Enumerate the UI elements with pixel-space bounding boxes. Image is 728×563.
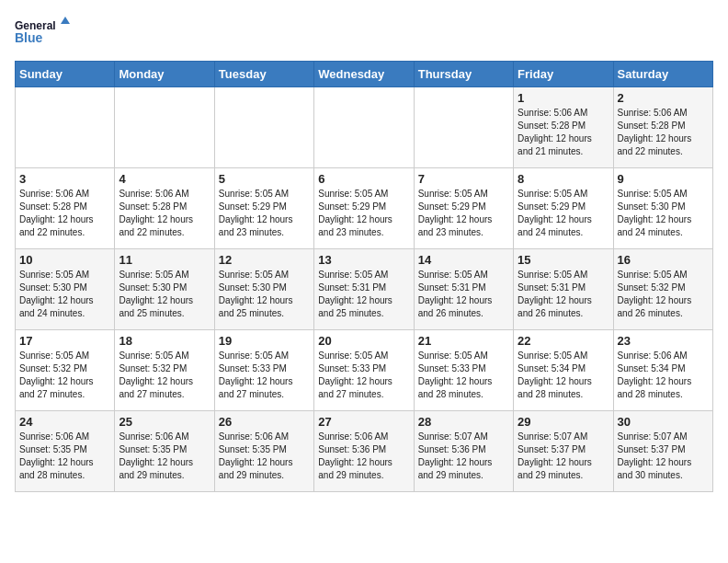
day-info: Sunrise: 5:05 AM Sunset: 5:29 PM Dayligh… <box>219 188 310 239</box>
day-number: 20 <box>318 334 409 348</box>
calendar-cell: 16Sunrise: 5:05 AM Sunset: 5:32 PM Dayli… <box>613 249 712 330</box>
day-info: Sunrise: 5:05 AM Sunset: 5:31 PM Dayligh… <box>518 269 609 320</box>
weekday-header-tuesday: Tuesday <box>214 62 313 87</box>
calendar-cell: 2Sunrise: 5:06 AM Sunset: 5:28 PM Daylig… <box>613 87 712 168</box>
day-number: 17 <box>19 334 110 348</box>
day-number: 2 <box>618 91 709 105</box>
day-number: 15 <box>518 253 609 267</box>
calendar-cell: 3Sunrise: 5:06 AM Sunset: 5:28 PM Daylig… <box>16 168 115 249</box>
day-number: 22 <box>518 334 609 348</box>
day-number: 27 <box>318 415 409 429</box>
calendar-cell: 1Sunrise: 5:06 AM Sunset: 5:28 PM Daylig… <box>514 87 613 168</box>
day-number: 6 <box>318 172 409 186</box>
weekday-header-saturday: Saturday <box>613 62 712 87</box>
calendar-cell <box>414 87 513 168</box>
calendar-cell: 12Sunrise: 5:05 AM Sunset: 5:30 PM Dayli… <box>214 249 313 330</box>
day-number: 18 <box>119 334 210 348</box>
calendar-cell <box>314 87 414 168</box>
day-number: 28 <box>418 415 509 429</box>
calendar-cell: 13Sunrise: 5:05 AM Sunset: 5:31 PM Dayli… <box>314 249 414 330</box>
day-number: 1 <box>518 91 609 105</box>
svg-marker-2 <box>61 17 70 24</box>
day-info: Sunrise: 5:06 AM Sunset: 5:36 PM Dayligh… <box>318 431 409 482</box>
day-number: 30 <box>618 415 709 429</box>
day-number: 13 <box>318 253 409 267</box>
weekday-header-wednesday: Wednesday <box>314 62 414 87</box>
day-info: Sunrise: 5:07 AM Sunset: 5:37 PM Dayligh… <box>618 431 709 482</box>
day-info: Sunrise: 5:06 AM Sunset: 5:28 PM Dayligh… <box>119 188 210 239</box>
logo: General Blue <box>15 15 70 52</box>
calendar-header: SundayMondayTuesdayWednesdayThursdayFrid… <box>16 62 713 87</box>
calendar-body: 1Sunrise: 5:06 AM Sunset: 5:28 PM Daylig… <box>16 87 713 492</box>
day-info: Sunrise: 5:05 AM Sunset: 5:32 PM Dayligh… <box>618 269 709 320</box>
day-number: 11 <box>119 253 210 267</box>
weekday-header-monday: Monday <box>115 62 214 87</box>
svg-text:Blue: Blue <box>15 30 43 45</box>
calendar-cell: 6Sunrise: 5:05 AM Sunset: 5:29 PM Daylig… <box>314 168 414 249</box>
calendar-cell: 5Sunrise: 5:05 AM Sunset: 5:29 PM Daylig… <box>214 168 313 249</box>
calendar-cell: 7Sunrise: 5:05 AM Sunset: 5:29 PM Daylig… <box>414 168 513 249</box>
day-number: 16 <box>618 253 709 267</box>
calendar-cell: 28Sunrise: 5:07 AM Sunset: 5:36 PM Dayli… <box>414 411 513 492</box>
logo-svg: General Blue <box>15 15 70 52</box>
day-number: 23 <box>618 334 709 348</box>
calendar-cell: 26Sunrise: 5:06 AM Sunset: 5:35 PM Dayli… <box>214 411 313 492</box>
day-info: Sunrise: 5:06 AM Sunset: 5:28 PM Dayligh… <box>618 107 709 158</box>
day-info: Sunrise: 5:05 AM Sunset: 5:34 PM Dayligh… <box>518 350 609 401</box>
day-info: Sunrise: 5:05 AM Sunset: 5:30 PM Dayligh… <box>219 269 310 320</box>
calendar-cell <box>115 87 214 168</box>
weekday-header-thursday: Thursday <box>414 62 513 87</box>
calendar-cell <box>16 87 115 168</box>
day-number: 21 <box>418 334 509 348</box>
day-info: Sunrise: 5:05 AM Sunset: 5:29 PM Dayligh… <box>418 188 509 239</box>
day-info: Sunrise: 5:05 AM Sunset: 5:32 PM Dayligh… <box>119 350 210 401</box>
calendar-week-1: 1Sunrise: 5:06 AM Sunset: 5:28 PM Daylig… <box>16 87 713 168</box>
day-info: Sunrise: 5:05 AM Sunset: 5:31 PM Dayligh… <box>418 269 509 320</box>
day-number: 12 <box>219 253 310 267</box>
day-number: 9 <box>618 172 709 186</box>
day-info: Sunrise: 5:05 AM Sunset: 5:29 PM Dayligh… <box>318 188 409 239</box>
day-info: Sunrise: 5:06 AM Sunset: 5:35 PM Dayligh… <box>219 431 310 482</box>
calendar-week-5: 24Sunrise: 5:06 AM Sunset: 5:35 PM Dayli… <box>16 411 713 492</box>
calendar-cell: 30Sunrise: 5:07 AM Sunset: 5:37 PM Dayli… <box>613 411 712 492</box>
calendar-week-2: 3Sunrise: 5:06 AM Sunset: 5:28 PM Daylig… <box>16 168 713 249</box>
day-info: Sunrise: 5:07 AM Sunset: 5:36 PM Dayligh… <box>418 431 509 482</box>
calendar-cell: 17Sunrise: 5:05 AM Sunset: 5:32 PM Dayli… <box>16 330 115 411</box>
calendar-cell: 29Sunrise: 5:07 AM Sunset: 5:37 PM Dayli… <box>514 411 613 492</box>
day-info: Sunrise: 5:05 AM Sunset: 5:29 PM Dayligh… <box>518 188 609 239</box>
day-info: Sunrise: 5:05 AM Sunset: 5:32 PM Dayligh… <box>19 350 110 401</box>
day-number: 29 <box>518 415 609 429</box>
calendar-week-4: 17Sunrise: 5:05 AM Sunset: 5:32 PM Dayli… <box>16 330 713 411</box>
calendar-cell: 24Sunrise: 5:06 AM Sunset: 5:35 PM Dayli… <box>16 411 115 492</box>
calendar-cell: 11Sunrise: 5:05 AM Sunset: 5:30 PM Dayli… <box>115 249 214 330</box>
calendar-cell: 22Sunrise: 5:05 AM Sunset: 5:34 PM Dayli… <box>514 330 613 411</box>
day-number: 19 <box>219 334 310 348</box>
day-number: 3 <box>19 172 110 186</box>
calendar-cell: 4Sunrise: 5:06 AM Sunset: 5:28 PM Daylig… <box>115 168 214 249</box>
calendar-cell: 25Sunrise: 5:06 AM Sunset: 5:35 PM Dayli… <box>115 411 214 492</box>
day-info: Sunrise: 5:05 AM Sunset: 5:33 PM Dayligh… <box>219 350 310 401</box>
calendar-table: SundayMondayTuesdayWednesdayThursdayFrid… <box>15 61 713 492</box>
day-info: Sunrise: 5:06 AM Sunset: 5:34 PM Dayligh… <box>618 350 709 401</box>
day-info: Sunrise: 5:05 AM Sunset: 5:31 PM Dayligh… <box>318 269 409 320</box>
calendar-cell <box>214 87 313 168</box>
day-info: Sunrise: 5:06 AM Sunset: 5:35 PM Dayligh… <box>19 431 110 482</box>
day-number: 10 <box>19 253 110 267</box>
day-number: 26 <box>219 415 310 429</box>
calendar-cell: 19Sunrise: 5:05 AM Sunset: 5:33 PM Dayli… <box>214 330 313 411</box>
calendar-cell: 21Sunrise: 5:05 AM Sunset: 5:33 PM Dayli… <box>414 330 513 411</box>
calendar-cell: 20Sunrise: 5:05 AM Sunset: 5:33 PM Dayli… <box>314 330 414 411</box>
weekday-header-row: SundayMondayTuesdayWednesdayThursdayFrid… <box>16 62 713 87</box>
day-number: 5 <box>219 172 310 186</box>
day-info: Sunrise: 5:05 AM Sunset: 5:30 PM Dayligh… <box>19 269 110 320</box>
calendar-cell: 27Sunrise: 5:06 AM Sunset: 5:36 PM Dayli… <box>314 411 414 492</box>
day-info: Sunrise: 5:05 AM Sunset: 5:33 PM Dayligh… <box>418 350 509 401</box>
weekday-header-friday: Friday <box>514 62 613 87</box>
calendar-cell: 8Sunrise: 5:05 AM Sunset: 5:29 PM Daylig… <box>514 168 613 249</box>
day-number: 14 <box>418 253 509 267</box>
calendar-week-3: 10Sunrise: 5:05 AM Sunset: 5:30 PM Dayli… <box>16 249 713 330</box>
day-number: 25 <box>119 415 210 429</box>
calendar-cell: 18Sunrise: 5:05 AM Sunset: 5:32 PM Dayli… <box>115 330 214 411</box>
day-info: Sunrise: 5:05 AM Sunset: 5:30 PM Dayligh… <box>618 188 709 239</box>
day-number: 24 <box>19 415 110 429</box>
